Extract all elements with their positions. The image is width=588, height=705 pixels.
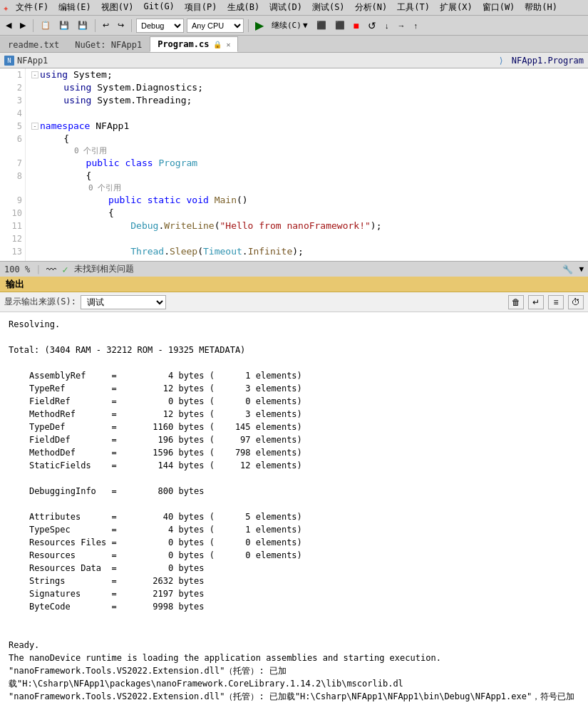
toolbar-icon-save[interactable]: 💾 (56, 18, 72, 34)
status-tools-icon: 🔧 (562, 264, 573, 274)
code-hint-1: 0 个引用 (31, 145, 588, 157)
continue-dropdown-icon: ▼ (303, 21, 308, 30)
output-header: 输出 (0, 277, 588, 292)
status-ok-icon: ✓ (62, 264, 68, 275)
stop-button[interactable]: ■ (351, 18, 362, 34)
tab-nuget[interactable]: NuGet: NFApp1 (67, 36, 150, 52)
output-source-label: 显示输出来源(S): (4, 296, 76, 308)
status-bar: 100 % | 〰 ✓ 未找到相关问题 🔧 ▼ (0, 261, 588, 277)
code-line-4 (31, 107, 588, 120)
output-btn-4[interactable]: ⏱ (568, 295, 584, 309)
menu-extensions[interactable]: 扩展(X) (435, 0, 477, 15)
output-panel: 输出 显示输出来源(S): 调试 生成 错误列表 🗑 ↵ ≡ ⏱ Resolvi… (0, 277, 588, 705)
code-line-14 (31, 258, 588, 261)
status-separator: | (36, 264, 41, 274)
code-content: 1 2 3 4 5 6 · 7 8 · 9 10 11 12 13 14 15 … (0, 68, 588, 261)
toolbar-step-out[interactable]: ↑ (411, 18, 421, 34)
toolbar-separator-1 (33, 19, 33, 32)
output-btn-2[interactable]: ↵ (528, 295, 544, 309)
toolbar-redo[interactable]: ↪ (115, 18, 127, 34)
toolbar: ◀ ▶ 📋 💾 💾 ↩ ↪ Debug Release Any CPU x86 … (0, 16, 588, 36)
play-button[interactable]: ▶ (253, 19, 266, 32)
app-logo: ✦ (3, 2, 9, 14)
tab-readme-label: readme.txt (8, 40, 59, 50)
output-content[interactable]: Resolving. Total: (3404 RAM - 32212 ROM … (0, 312, 588, 705)
menu-file[interactable]: 文件(F) (11, 0, 53, 15)
address-left: N NFApp1 (4, 56, 495, 66)
output-btn-1[interactable]: 🗑 (508, 295, 524, 309)
restart-button[interactable]: ↺ (365, 18, 379, 34)
toolbar-step-over[interactable]: → (394, 18, 408, 34)
line-numbers: 1 2 3 4 5 6 · 7 8 · 9 10 11 12 13 14 15 (0, 68, 26, 261)
toolbar-misc-2[interactable]: ⬛ (332, 18, 348, 34)
toolbar-icon-save-all[interactable]: 💾 (75, 18, 91, 34)
tab-bar: readme.txt NuGet: NFApp1 Program.cs 🔒 ✕ (0, 36, 588, 53)
code-line-8: { (31, 170, 588, 182)
nav-forward-button[interactable]: ▶ (17, 18, 29, 34)
tab-readme[interactable]: readme.txt (0, 36, 67, 52)
project-icon: N (4, 56, 14, 66)
menu-test[interactable]: 测试(S) (308, 0, 349, 15)
fold-1[interactable]: - (31, 71, 38, 78)
code-hint-2: 0 个引用 (31, 182, 588, 194)
status-warning-text: 未找到相关问题 (74, 263, 134, 275)
method-path: NFApp1.Program (512, 56, 584, 66)
toolbar-separator-3 (131, 19, 132, 32)
address-right: ⟩ NFApp1.Program (498, 56, 584, 66)
menu-items: 文件(F) 编辑(E) 视图(V) Git(G) 项目(P) 生成(B) 调试(… (11, 0, 562, 15)
fold-5[interactable]: - (31, 123, 38, 130)
code-line-5: -namespace NFApp1 (31, 120, 588, 133)
tab-program-close[interactable]: ✕ (226, 41, 230, 48)
code-line-11: Debug.WriteLine("Hello from nanoFramewor… (31, 220, 588, 232)
output-title: 输出 (6, 278, 24, 291)
project-name: NFApp1 (17, 56, 48, 66)
toolbar-separator-4 (248, 19, 249, 32)
toolbar-separator-2 (95, 19, 96, 32)
menu-build[interactable]: 生成(B) (223, 0, 264, 15)
code-lines: -using System; using System.Diagnostics;… (26, 68, 588, 261)
tab-program-label: Program.cs (158, 39, 209, 49)
code-line-3: using System.Threading; (31, 94, 588, 107)
toolbar-icon-1[interactable]: 📋 (38, 18, 53, 34)
address-bar: N NFApp1 ⟩ NFApp1.Program (0, 53, 588, 68)
code-line-13: Thread.Sleep(Timeout.Infinite); (31, 245, 588, 258)
output-btn-3[interactable]: ≡ (548, 295, 564, 309)
output-text: Resolving. Total: (3404 RAM - 32212 ROM … (9, 318, 579, 705)
cpu-config-select[interactable]: Any CPU x86 x64 (187, 19, 244, 33)
output-toolbar: 显示输出来源(S): 调试 生成 错误列表 🗑 ↵ ≡ ⏱ (0, 292, 588, 312)
method-path-icon: ⟩ (498, 56, 503, 66)
toolbar-undo[interactable]: ↩ (100, 18, 112, 34)
menu-help[interactable]: 帮助(H) (520, 0, 562, 15)
menu-view[interactable]: 视图(V) (97, 0, 138, 15)
menu-bar: ✦ 文件(F) 编辑(E) 视图(V) Git(G) 项目(P) 生成(B) 调… (0, 0, 588, 16)
settings-dropdown-icon: ▼ (579, 264, 584, 274)
continue-button[interactable]: 继续(C) ▼ (269, 19, 311, 32)
output-source-select[interactable]: 调试 生成 错误列表 (81, 295, 166, 309)
menu-window[interactable]: 窗口(W) (478, 0, 520, 15)
code-line-12 (31, 232, 588, 245)
menu-analyze[interactable]: 分析(N) (351, 0, 392, 15)
debug-config-select[interactable]: Debug Release (136, 19, 184, 33)
toolbar-step-in[interactable]: ↓ (382, 18, 392, 34)
code-editor: 1 2 3 4 5 6 · 7 8 · 9 10 11 12 13 14 15 … (0, 68, 588, 261)
toolbar-misc-1[interactable]: ⬛ (314, 18, 329, 34)
menu-git[interactable]: Git(G) (140, 0, 179, 15)
code-line-9: public static void Main() (31, 194, 588, 207)
zoom-level: 100 % (4, 264, 30, 274)
code-line-7: public class Program (31, 157, 588, 170)
code-line-1: -using System; (31, 68, 588, 81)
continue-label: 继续(C) (272, 20, 301, 31)
code-line-10: { (31, 207, 588, 220)
menu-debug[interactable]: 调试(D) (265, 0, 306, 15)
wave-icon: 〰 (46, 264, 56, 275)
nav-back-button[interactable]: ◀ (3, 18, 14, 34)
menu-tools[interactable]: 工具(T) (393, 0, 434, 15)
menu-edit[interactable]: 编辑(E) (54, 0, 96, 15)
tab-program[interactable]: Program.cs 🔒 ✕ (150, 36, 238, 52)
tab-nuget-label: NuGet: NFApp1 (75, 40, 142, 50)
menu-project[interactable]: 项目(P) (180, 0, 222, 15)
code-line-6: { (31, 133, 588, 145)
tab-lock-icon: 🔒 (213, 41, 222, 48)
code-line-2: using System.Diagnostics; (31, 81, 588, 94)
